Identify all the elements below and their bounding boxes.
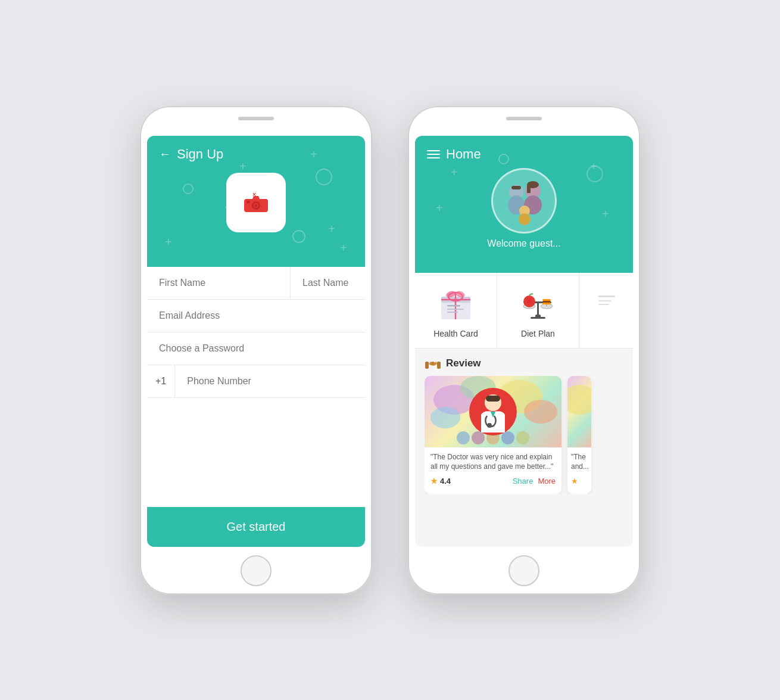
family-avatar (491, 168, 557, 234)
diet-plan-label: Diet Plan (521, 329, 555, 338)
svg-rect-51 (486, 396, 500, 402)
svg-rect-27 (531, 317, 545, 319)
review-card-image-partial (567, 376, 591, 447)
deco-plus: + (602, 207, 609, 221)
review-card: "The Doctor was very nice and explain al… (425, 376, 561, 494)
deco-circle (316, 169, 332, 185)
home-button[interactable] (241, 555, 272, 586)
review-footer: ★ 4.4 Share More (425, 474, 561, 486)
svg-rect-13 (527, 185, 531, 193)
signup-header-top: ← Sign Up (159, 136, 353, 162)
more-card-item[interactable] (579, 273, 633, 348)
camera-icon: × (242, 191, 270, 214)
partial-star-icon: ★ (571, 477, 578, 486)
cards-row: Health Card (415, 273, 633, 349)
name-row (147, 267, 365, 300)
svg-point-11 (519, 213, 531, 225)
phone-screen-home: + + + + Home (415, 136, 633, 547)
home-title: Home (446, 147, 481, 162)
deco-plus: + (165, 235, 172, 249)
signup-header: + + + + + + ← Sign Up × (147, 136, 365, 267)
svg-rect-41 (598, 304, 609, 305)
svg-rect-39 (598, 295, 615, 297)
email-row (147, 300, 365, 332)
partial-card-icon (597, 284, 615, 322)
svg-point-48 (524, 400, 557, 424)
more-button[interactable]: More (538, 477, 556, 486)
star-icon: ★ (430, 477, 438, 486)
deco-circle (586, 166, 603, 182)
phone-input[interactable] (175, 365, 365, 397)
svg-rect-43 (437, 362, 441, 369)
password-row (147, 332, 365, 365)
phone-speaker (238, 117, 274, 120)
svg-rect-23 (447, 305, 460, 307)
review-card-partial: "The and... ★ (567, 376, 591, 494)
review-icon (425, 357, 441, 370)
password-input[interactable] (147, 332, 365, 365)
home-header: + + + + Home (415, 136, 633, 273)
audience-avatar (516, 431, 529, 444)
deco-plus: + (328, 222, 335, 236)
deco-plus: + (340, 241, 347, 255)
phone-home: + + + + Home (408, 106, 640, 595)
review-card-image (425, 376, 561, 447)
signup-form: +1 Get started (147, 267, 365, 547)
email-input[interactable] (147, 300, 365, 332)
welcome-text: Welcome guest... (487, 238, 560, 249)
phone-speaker (506, 117, 542, 120)
home-header-top: Home (415, 136, 633, 162)
last-name-input[interactable] (291, 267, 365, 299)
home-button[interactable] (508, 555, 539, 586)
svg-point-53 (567, 385, 591, 415)
doctor-illustration (475, 391, 511, 433)
family-illustration (497, 174, 551, 228)
svg-rect-24 (447, 309, 464, 310)
svg-rect-14 (511, 186, 521, 189)
deco-circle (183, 183, 194, 194)
svg-point-4 (255, 204, 258, 207)
health-card-item[interactable]: Health Card (415, 273, 497, 348)
share-button[interactable]: Share (513, 477, 533, 486)
audience-avatar (457, 431, 470, 444)
svg-rect-28 (537, 301, 539, 316)
health-card-icon-area (435, 282, 477, 324)
more-card-icon-area (585, 282, 627, 324)
signup-title: Sign Up (177, 147, 223, 162)
hamburger-menu[interactable] (427, 150, 440, 158)
review-section: Review (415, 349, 633, 499)
phone-row: +1 (147, 365, 365, 398)
svg-rect-25 (447, 312, 458, 313)
deco-circle (292, 230, 305, 243)
diet-plan-icon (519, 284, 557, 322)
diet-plan-icon-area (517, 282, 559, 324)
get-started-button[interactable]: Get started (147, 507, 365, 547)
review-cards-row: "The Doctor was very nice and explain al… (425, 376, 623, 494)
partial-review-text: "The and... (571, 452, 588, 472)
svg-rect-5 (247, 201, 250, 203)
back-button[interactable]: ← (159, 147, 171, 161)
home-content: Health Card (415, 273, 633, 547)
svg-rect-36 (542, 299, 551, 301)
phone-signup: + + + + + + ← Sign Up × (140, 106, 372, 595)
first-name-input[interactable] (147, 267, 291, 299)
review-title: Review (446, 357, 481, 369)
phone-prefix: +1 (147, 365, 175, 397)
svg-rect-38 (542, 303, 551, 304)
svg-rect-42 (425, 362, 429, 369)
deco-plus: + (436, 201, 443, 215)
review-text: "The Doctor was very nice and explain al… (425, 447, 561, 475)
svg-point-35 (527, 299, 532, 304)
svg-rect-40 (598, 300, 611, 301)
diet-plan-item[interactable]: Diet Plan (497, 273, 579, 348)
health-card-icon (436, 284, 475, 322)
doctor-avatar (469, 388, 517, 435)
svg-point-44 (431, 362, 435, 365)
review-actions: Share More (513, 477, 556, 486)
avatar-upload[interactable]: × (226, 173, 286, 232)
partial-card-bg (567, 376, 591, 447)
review-header: Review (425, 357, 623, 370)
health-card-label: Health Card (433, 329, 478, 338)
svg-point-52 (487, 423, 492, 428)
review-rating: ★ 4.4 (430, 477, 451, 486)
